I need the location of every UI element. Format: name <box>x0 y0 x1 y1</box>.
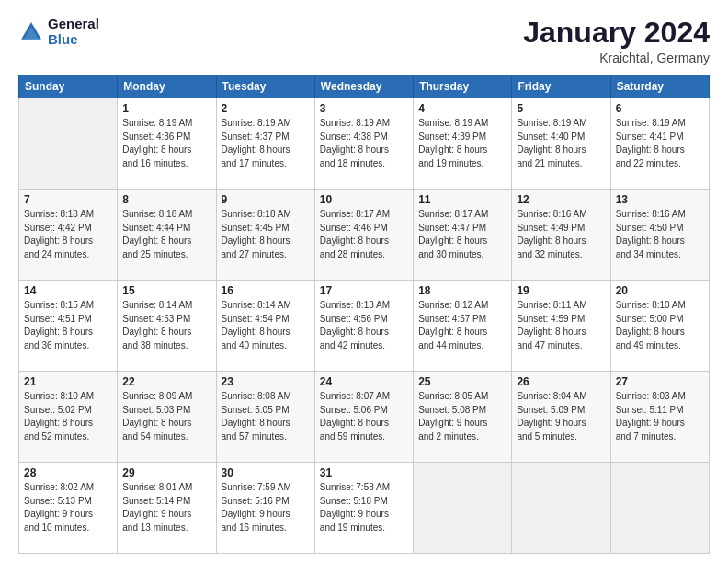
day-number: 22 <box>122 375 210 388</box>
day-info: Sunrise: 7:59 AM Sunset: 5:16 PM Dayligh… <box>222 481 310 534</box>
calendar-week-5: 28Sunrise: 8:02 AM Sunset: 5:13 PM Dayli… <box>19 463 710 554</box>
day-number: 3 <box>320 102 408 115</box>
calendar-cell: 27Sunrise: 8:03 AM Sunset: 5:11 PM Dayli… <box>610 372 709 463</box>
day-info: Sunrise: 8:19 AM Sunset: 4:39 PM Dayligh… <box>418 117 506 170</box>
calendar-cell <box>610 463 709 554</box>
day-number: 2 <box>222 102 310 115</box>
calendar-cell: 9Sunrise: 8:18 AM Sunset: 4:45 PM Daylig… <box>216 190 314 281</box>
day-info: Sunrise: 8:13 AM Sunset: 4:56 PM Dayligh… <box>320 299 408 352</box>
calendar-cell: 7Sunrise: 8:18 AM Sunset: 4:42 PM Daylig… <box>19 190 118 281</box>
day-info: Sunrise: 8:19 AM Sunset: 4:41 PM Dayligh… <box>616 117 704 170</box>
day-number: 4 <box>418 102 506 115</box>
calendar-cell: 21Sunrise: 8:10 AM Sunset: 5:02 PM Dayli… <box>19 372 118 463</box>
calendar-cell: 8Sunrise: 8:18 AM Sunset: 4:44 PM Daylig… <box>118 190 216 281</box>
day-number: 30 <box>222 466 310 479</box>
day-of-week-monday: Monday <box>118 75 216 98</box>
day-number: 28 <box>24 466 112 479</box>
calendar-cell: 19Sunrise: 8:11 AM Sunset: 4:59 PM Dayli… <box>512 281 610 372</box>
day-number: 21 <box>24 375 112 388</box>
calendar-table: SundayMondayTuesdayWednesdayThursdayFrid… <box>18 75 710 554</box>
day-info: Sunrise: 8:01 AM Sunset: 5:14 PM Dayligh… <box>122 481 210 534</box>
header: General Blue January 2024 Kraichtal, Ger… <box>18 17 710 65</box>
calendar-cell: 15Sunrise: 8:14 AM Sunset: 4:53 PM Dayli… <box>118 281 216 372</box>
calendar-cell <box>414 463 512 554</box>
day-number: 25 <box>418 375 506 388</box>
day-of-week-saturday: Saturday <box>610 75 709 98</box>
calendar-cell: 17Sunrise: 8:13 AM Sunset: 4:56 PM Dayli… <box>314 281 413 372</box>
calendar-week-3: 14Sunrise: 8:15 AM Sunset: 4:51 PM Dayli… <box>19 281 710 372</box>
day-number: 1 <box>122 102 210 115</box>
calendar-cell: 13Sunrise: 8:16 AM Sunset: 4:50 PM Dayli… <box>610 190 709 281</box>
calendar-cell: 3Sunrise: 8:19 AM Sunset: 4:38 PM Daylig… <box>314 98 413 190</box>
day-number: 17 <box>320 284 408 297</box>
calendar-cell: 26Sunrise: 8:04 AM Sunset: 5:09 PM Dayli… <box>512 372 610 463</box>
day-info: Sunrise: 8:09 AM Sunset: 5:03 PM Dayligh… <box>122 390 210 443</box>
calendar-cell: 4Sunrise: 8:19 AM Sunset: 4:39 PM Daylig… <box>414 98 512 190</box>
calendar-cell <box>19 98 118 190</box>
day-number: 11 <box>418 193 506 206</box>
day-info: Sunrise: 8:18 AM Sunset: 4:42 PM Dayligh… <box>24 208 112 261</box>
day-number: 15 <box>122 284 210 297</box>
day-info: Sunrise: 8:11 AM Sunset: 4:59 PM Dayligh… <box>517 299 605 352</box>
day-info: Sunrise: 8:07 AM Sunset: 5:06 PM Dayligh… <box>320 390 408 443</box>
calendar-cell: 14Sunrise: 8:15 AM Sunset: 4:51 PM Dayli… <box>19 281 118 372</box>
calendar-week-1: 1Sunrise: 8:19 AM Sunset: 4:36 PM Daylig… <box>19 98 710 190</box>
day-number: 29 <box>122 466 210 479</box>
day-number: 5 <box>517 102 605 115</box>
day-info: Sunrise: 8:19 AM Sunset: 4:36 PM Dayligh… <box>122 117 210 170</box>
day-info: Sunrise: 8:18 AM Sunset: 4:45 PM Dayligh… <box>222 208 310 261</box>
title-block: January 2024 Kraichtal, Germany <box>523 17 710 65</box>
calendar-cell: 20Sunrise: 8:10 AM Sunset: 5:00 PM Dayli… <box>610 281 709 372</box>
calendar-cell: 1Sunrise: 8:19 AM Sunset: 4:36 PM Daylig… <box>118 98 216 190</box>
day-number: 7 <box>24 193 112 206</box>
calendar-week-2: 7Sunrise: 8:18 AM Sunset: 4:42 PM Daylig… <box>19 190 710 281</box>
day-number: 6 <box>616 102 704 115</box>
day-info: Sunrise: 8:10 AM Sunset: 5:00 PM Dayligh… <box>616 299 704 352</box>
calendar-cell: 23Sunrise: 8:08 AM Sunset: 5:05 PM Dayli… <box>216 372 314 463</box>
day-info: Sunrise: 8:16 AM Sunset: 4:50 PM Dayligh… <box>616 208 704 261</box>
day-info: Sunrise: 8:19 AM Sunset: 4:37 PM Dayligh… <box>222 117 310 170</box>
calendar-cell: 30Sunrise: 7:59 AM Sunset: 5:16 PM Dayli… <box>216 463 314 554</box>
day-of-week-friday: Friday <box>512 75 610 98</box>
calendar-title: January 2024 <box>523 17 710 49</box>
day-info: Sunrise: 8:03 AM Sunset: 5:11 PM Dayligh… <box>616 390 704 443</box>
day-number: 24 <box>320 375 408 388</box>
calendar-cell: 22Sunrise: 8:09 AM Sunset: 5:03 PM Dayli… <box>118 372 216 463</box>
day-number: 16 <box>222 284 310 297</box>
day-info: Sunrise: 8:08 AM Sunset: 5:05 PM Dayligh… <box>222 390 310 443</box>
page: General Blue January 2024 Kraichtal, Ger… <box>0 0 728 563</box>
day-info: Sunrise: 8:14 AM Sunset: 4:54 PM Dayligh… <box>222 299 310 352</box>
day-number: 18 <box>418 284 506 297</box>
day-number: 12 <box>517 193 605 206</box>
logo-icon <box>18 19 44 45</box>
day-info: Sunrise: 7:58 AM Sunset: 5:18 PM Dayligh… <box>320 481 408 534</box>
day-info: Sunrise: 8:02 AM Sunset: 5:13 PM Dayligh… <box>24 481 112 534</box>
calendar-subtitle: Kraichtal, Germany <box>523 51 710 65</box>
day-info: Sunrise: 8:14 AM Sunset: 4:53 PM Dayligh… <box>122 299 210 352</box>
calendar-week-4: 21Sunrise: 8:10 AM Sunset: 5:02 PM Dayli… <box>19 372 710 463</box>
day-number: 14 <box>24 284 112 297</box>
calendar-cell: 2Sunrise: 8:19 AM Sunset: 4:37 PM Daylig… <box>216 98 314 190</box>
day-number: 13 <box>616 193 704 206</box>
day-info: Sunrise: 8:17 AM Sunset: 4:46 PM Dayligh… <box>320 208 408 261</box>
day-of-week-sunday: Sunday <box>19 75 118 98</box>
day-number: 8 <box>122 193 210 206</box>
calendar-header-row: SundayMondayTuesdayWednesdayThursdayFrid… <box>19 75 710 98</box>
day-number: 10 <box>320 193 408 206</box>
day-info: Sunrise: 8:18 AM Sunset: 4:44 PM Dayligh… <box>122 208 210 261</box>
day-info: Sunrise: 8:16 AM Sunset: 4:49 PM Dayligh… <box>517 208 605 261</box>
calendar-cell: 5Sunrise: 8:19 AM Sunset: 4:40 PM Daylig… <box>512 98 610 190</box>
calendar-cell <box>512 463 610 554</box>
day-info: Sunrise: 8:12 AM Sunset: 4:57 PM Dayligh… <box>418 299 506 352</box>
calendar-cell: 16Sunrise: 8:14 AM Sunset: 4:54 PM Dayli… <box>216 281 314 372</box>
day-number: 19 <box>517 284 605 297</box>
calendar-cell: 18Sunrise: 8:12 AM Sunset: 4:57 PM Dayli… <box>414 281 512 372</box>
calendar-cell: 12Sunrise: 8:16 AM Sunset: 4:49 PM Dayli… <box>512 190 610 281</box>
day-info: Sunrise: 8:04 AM Sunset: 5:09 PM Dayligh… <box>517 390 605 443</box>
logo: General Blue <box>18 17 99 47</box>
day-info: Sunrise: 8:10 AM Sunset: 5:02 PM Dayligh… <box>24 390 112 443</box>
day-number: 26 <box>517 375 605 388</box>
day-info: Sunrise: 8:19 AM Sunset: 4:40 PM Dayligh… <box>517 117 605 170</box>
day-info: Sunrise: 8:19 AM Sunset: 4:38 PM Dayligh… <box>320 117 408 170</box>
day-of-week-tuesday: Tuesday <box>216 75 314 98</box>
